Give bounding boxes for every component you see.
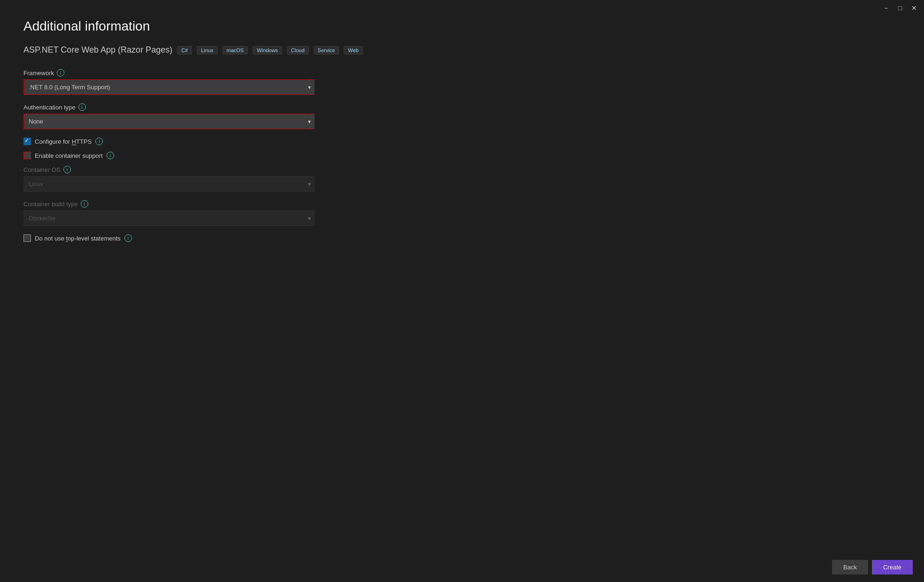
authentication-label-row: Authentication type i xyxy=(23,103,315,111)
authentication-select-wrapper: None Individual Accounts Windows Authent… xyxy=(23,114,315,129)
tag-service: Service xyxy=(314,46,339,54)
https-checkbox[interactable] xyxy=(23,138,31,145)
tag-web: Web xyxy=(344,46,362,54)
container-os-group: Container OS i Linux Windows ▾ xyxy=(23,166,315,192)
top-level-label[interactable]: Do not use top-level statements xyxy=(35,235,121,242)
container-os-info-icon[interactable]: i xyxy=(63,166,71,173)
top-level-checkbox[interactable] xyxy=(23,234,31,242)
framework-info-icon[interactable]: i xyxy=(57,69,64,77)
bottom-bar: Back Create xyxy=(0,552,924,582)
minimize-button[interactable]: − xyxy=(882,4,890,12)
tag-cloud: Cloud xyxy=(287,46,309,54)
top-level-checkbox-wrapper xyxy=(23,234,31,242)
tag-macos: macOS xyxy=(223,46,248,54)
form-section: Framework i .NET 8.0 (Long Term Support)… xyxy=(23,69,315,242)
container-build-select: Dockerfile xyxy=(23,210,315,226)
top-level-info-icon[interactable]: i xyxy=(124,234,132,242)
framework-label: Framework xyxy=(23,70,54,77)
close-button[interactable]: ✕ xyxy=(910,4,918,12)
subtitle-row: ASP.NET Core Web App (Razor Pages) C# Li… xyxy=(23,45,901,55)
window: − □ ✕ Additional information ASP.NET Cor… xyxy=(0,0,924,582)
top-level-checkbox-row: Do not use top-level statements i xyxy=(23,234,315,242)
https-checkbox-row: Configure for HTTPS i xyxy=(23,138,315,145)
container-checkbox-wrapper xyxy=(23,152,31,159)
container-os-select-wrapper: Linux Windows ▾ xyxy=(23,176,315,192)
https-label[interactable]: Configure for HTTPS xyxy=(35,138,92,145)
framework-select[interactable]: .NET 8.0 (Long Term Support) .NET 7.0 .N… xyxy=(23,79,315,95)
container-build-info-icon[interactable]: i xyxy=(81,200,88,208)
container-label[interactable]: Enable container support xyxy=(35,152,103,159)
authentication-label: Authentication type xyxy=(23,104,76,111)
authentication-group: Authentication type i None Individual Ac… xyxy=(23,103,315,129)
https-info-icon[interactable]: i xyxy=(95,138,103,145)
tag-csharp: C# xyxy=(177,46,192,54)
container-build-select-wrapper: Dockerfile ▾ xyxy=(23,210,315,226)
container-checkbox-row: Enable container support i xyxy=(23,152,315,159)
tag-windows: Windows xyxy=(253,46,282,54)
main-content: Additional information ASP.NET Core Web … xyxy=(0,0,924,267)
container-checkbox[interactable] xyxy=(23,152,31,159)
subtitle-text: ASP.NET Core Web App (Razor Pages) xyxy=(23,45,172,55)
framework-select-wrapper: .NET 8.0 (Long Term Support) .NET 7.0 .N… xyxy=(23,79,315,95)
restore-button[interactable]: □ xyxy=(896,4,904,12)
container-build-label-row: Container build type i xyxy=(23,200,315,208)
page-title: Additional information xyxy=(23,19,901,34)
container-build-group: Container build type i Dockerfile ▾ xyxy=(23,200,315,226)
authentication-select[interactable]: None Individual Accounts Windows Authent… xyxy=(23,114,315,129)
title-bar: − □ ✕ xyxy=(876,0,924,16)
container-os-select: Linux Windows xyxy=(23,176,315,192)
framework-group: Framework i .NET 8.0 (Long Term Support)… xyxy=(23,69,315,95)
back-button[interactable]: Back xyxy=(832,560,868,574)
container-os-label: Container OS xyxy=(23,166,61,173)
https-checkbox-wrapper xyxy=(23,138,31,145)
create-button[interactable]: Create xyxy=(872,560,913,574)
container-info-icon[interactable]: i xyxy=(107,152,114,159)
container-os-label-row: Container OS i xyxy=(23,166,315,173)
container-build-label: Container build type xyxy=(23,201,78,208)
tag-linux: Linux xyxy=(197,46,217,54)
authentication-info-icon[interactable]: i xyxy=(78,103,86,111)
framework-label-row: Framework i xyxy=(23,69,315,77)
